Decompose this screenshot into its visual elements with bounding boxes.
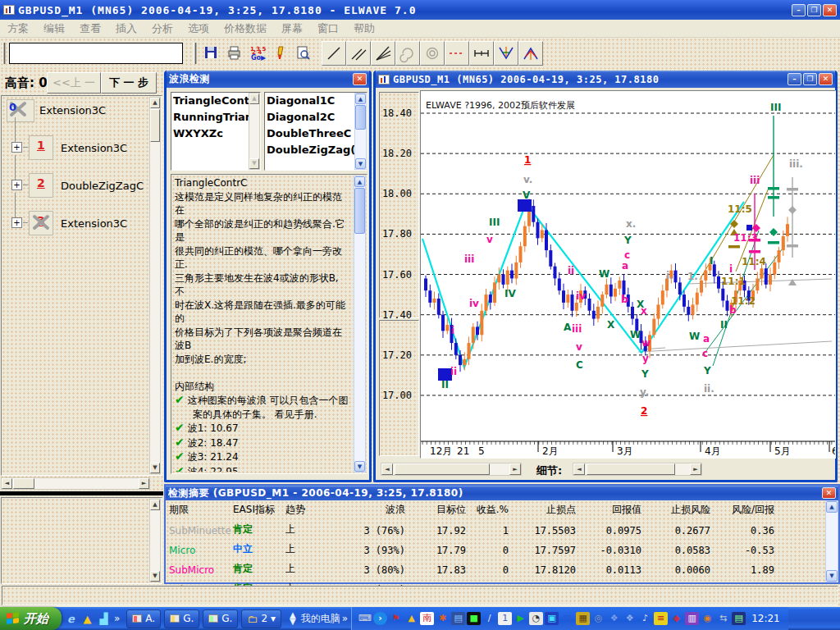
tray-icon-11[interactable]: ◔ [529,612,543,625]
menu-item-8[interactable]: 窗口 [310,21,346,36]
tray-icon-17[interactable]: ❖ [623,612,637,625]
summary-col-0[interactable]: 期限 [169,503,233,517]
parallel-lines-icon[interactable] [346,41,371,66]
tray-icon-12[interactable]: ▣ [545,612,559,625]
summary-col-3[interactable]: 波浪 [343,503,405,517]
chart-hscrollbar[interactable]: ◄ ► [381,463,522,476]
band-resize-chevrons[interactable]: ▲▼ [290,612,296,625]
my-computer-band[interactable]: 我的电脑 [301,612,340,626]
chart-app-icon[interactable]: ▟ [97,612,111,626]
tray-icon-1[interactable]: › [373,612,387,625]
tray-icon-5[interactable]: ✱ [436,612,450,625]
tree-item-doublezigzagc[interactable]: +2DoubleZigZagC [2,170,149,208]
warning-triangle-icon[interactable]: ▲ [80,612,94,626]
taskbar-button-3[interactable]: 🗀2▾ [241,609,281,628]
tray-icon-24[interactable]: ▤ [732,612,746,625]
summary-scrollbar[interactable]: ▲ ▼ [825,500,838,582]
tray-icon-0[interactable]: ⌨ [358,612,372,625]
ie-icon[interactable]: e [64,612,78,626]
summary-col-1[interactable]: EASI指标 [233,503,285,517]
tray-icon-19[interactable]: ≡ [654,612,668,625]
measure-icon[interactable] [469,41,494,66]
summary-row-micro[interactable]: Micro中立上3 (93%)17.79017.7597-0.03100.058… [169,542,825,559]
chart-close-button[interactable]: ✕ [819,73,833,85]
tree-hscrollbar[interactable]: ◄ ► [1,477,150,490]
tray-icon-6[interactable]: ▤ [451,612,465,625]
pitchfork-up-icon[interactable] [518,41,543,66]
pattern-option-2[interactable]: WXYXZc [171,126,260,142]
next-step-button[interactable]: 下 一 步 [101,72,157,94]
tray-icon-4[interactable]: 南 [420,612,434,625]
taskbar-button-2[interactable]: G. [203,609,238,628]
print-preview-icon[interactable] [293,43,314,64]
toolbar-grip2[interactable] [194,43,197,64]
menu-item-9[interactable]: 帮助 [346,21,382,36]
menu-item-3[interactable]: 插入 [108,21,144,36]
minimize-button[interactable]: – [792,4,806,16]
tray-icon-13[interactable]: ▽ [560,612,574,625]
highlighter-icon[interactable] [270,43,291,64]
band-overflow-chevron[interactable]: » [342,615,348,622]
go-123-icon[interactable]: 1 3 52 4Go▶ [247,43,268,64]
menu-item-5[interactable]: 选项 [180,21,217,36]
pattern-option-r-3[interactable]: DoubleZigZag( [265,142,367,158]
summary-col-4[interactable]: 目标位 [405,503,466,517]
description-scrollbar[interactable]: ▲ ▼ [354,176,366,472]
summary-col-7[interactable]: 回报值 [576,503,641,517]
trendline-icon[interactable] [322,41,346,66]
lower-left-vscrollbar[interactable]: ▲ ▼ [149,499,161,582]
menu-item-6[interactable]: 价格数据 [217,21,274,36]
summary-row-submicro[interactable]: SubMicro肯定上3 (80%)17.83017.81200.01130.0… [169,562,825,578]
tray-icon-7[interactable]: ■ [467,612,481,625]
tray-icon-14[interactable]: ▦ [576,612,590,625]
tray-icon-3[interactable]: ▲ [404,612,418,625]
chart-minimize-button[interactable]: – [788,73,801,85]
tray-icon-10[interactable]: ▶ [514,612,527,625]
menu-item-4[interactable]: 分析 [144,21,180,36]
tree-vscrollbar[interactable]: ▲ ▼ [149,97,161,474]
pattern-list-left-scrollbar[interactable]: ▲ ▼ [249,93,260,170]
summary-col-6[interactable]: 止损点 [509,503,576,517]
summary-row-subminuette[interactable]: SubMinuette肯定上3 (76%)17.92117.55030.0975… [169,523,825,539]
dropdown-arrow-icon[interactable]: ▾ [271,613,276,624]
summary-close[interactable]: ✕ [822,487,836,499]
tray-icon-9[interactable]: 1 [498,612,512,625]
pattern-option-1[interactable]: RunningTriang [171,109,260,126]
tree-item-extension3c[interactable]: 0Extension3C [2,99,149,132]
taskbar-button-1[interactable]: G. [164,609,199,628]
menu-item-2[interactable]: 查看 [72,21,108,36]
taskbar-button-0[interactable]: A. [126,609,161,628]
maximize-button[interactable]: ❐ [807,4,821,16]
pattern-list-left[interactable]: TriangleContrCRunningTriangWXYXZc [171,92,261,171]
tree-item-extension3c[interactable]: +3Extension3C [2,208,149,245]
pattern-list-right-scrollbar[interactable]: ▲ ▼ [354,93,367,170]
chart-maximize-button[interactable]: ❐ [803,73,817,85]
spiral2-icon[interactable] [420,41,445,66]
menu-item-0[interactable]: 方案 [0,21,36,36]
start-button[interactable]: 开始 [0,607,62,630]
tray-icon-20[interactable]: ◆ [669,612,683,625]
summary-col-8[interactable]: 止损风险 [641,503,710,517]
tray-icon-8[interactable]: / [482,612,496,625]
pattern-option-r-2[interactable]: DoubleThreeC [265,126,367,142]
spiral-icon[interactable] [395,41,420,66]
pitchfork-down-icon[interactable] [494,41,518,66]
dashed-line-icon[interactable] [445,41,469,66]
pattern-option-r-1[interactable]: Diagonal2C [265,109,367,126]
summary-col-2[interactable]: 趋势 [285,503,343,517]
pattern-option-r-0[interactable]: Diagonal1C [265,93,367,109]
pattern-option-0[interactable]: TriangleContrC [171,93,260,109]
splitter[interactable] [0,491,163,495]
tray-icon-23[interactable]: ⇆ [716,612,730,625]
pattern-list-right[interactable]: Diagonal1CDiagonal2CDoubleThreeCDoubleZi… [264,92,368,171]
price-chart[interactable]: ELWAVE ?1996, 2002预后软件发展iiiIIiiiivvIIIIV… [420,90,836,459]
save-icon[interactable] [201,43,222,64]
tray-icon-18[interactable]: ♪ [638,612,652,625]
prev-step-button[interactable]: <<上 一 [47,72,101,94]
symbol-input[interactable] [9,43,183,64]
close-button[interactable]: ✕ [823,4,837,16]
menu-item-7[interactable]: 屏幕 [274,21,310,36]
tray-icon-16[interactable]: ❖ [607,612,621,625]
tray-icon-22[interactable]: ◉ [701,612,714,625]
wave-window-close[interactable]: ✕ [353,73,367,85]
